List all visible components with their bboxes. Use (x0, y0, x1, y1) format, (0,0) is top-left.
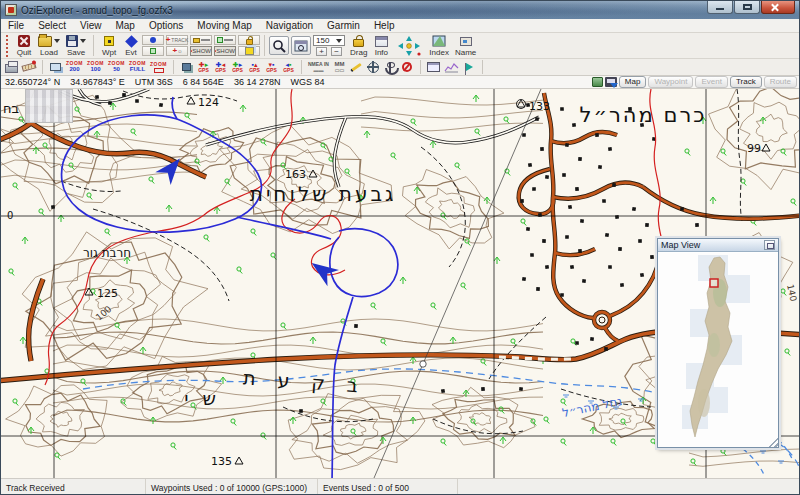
magnify-window-button[interactable] (291, 36, 311, 55)
track-control-button[interactable]: +TRACK (166, 35, 188, 45)
route-editor-button[interactable] (348, 60, 365, 75)
track-tail-button[interactable]: +o (166, 46, 188, 56)
flag-marker-button[interactable] (461, 60, 478, 75)
map-view-restore-button[interactable] (764, 240, 775, 250)
svg-text:100: 100 (94, 304, 114, 323)
toolbar-main: Quit Load Save Wpt Evt +TRACK +o S (1, 33, 799, 59)
gps-get-routes-button[interactable]: ◂▪GPS (280, 60, 297, 75)
map-pages-button[interactable] (238, 46, 260, 56)
map-view-titlebar[interactable]: Map View (658, 239, 778, 252)
event-numbers-toggle[interactable] (142, 46, 164, 56)
title-bar[interactable]: OziExplorer - amud_topo_fg.ozfx3 (1, 1, 799, 19)
menu-bar: File Select View Map Options Moving Map … (1, 19, 799, 33)
zoom-100-button[interactable]: ZOOM100 (85, 60, 106, 75)
nmea-input-button[interactable]: NMEA IN▬▬ (306, 60, 331, 75)
dropdown-caret-icon (54, 39, 60, 43)
gps-get-track-button[interactable]: ▾▪GPS (263, 60, 280, 75)
drag-button[interactable]: Drag (347, 33, 370, 58)
mode-waypoint-button: Waypoint (648, 76, 693, 88)
menu-help[interactable]: Help (367, 19, 402, 33)
pencil-icon (351, 62, 363, 71)
find-map-button[interactable] (47, 60, 64, 75)
current-view-marker (710, 279, 718, 287)
zoom-level-combo[interactable]: 150 + − (313, 35, 345, 56)
zoom-50-button[interactable]: ZOOM50 (106, 60, 127, 75)
event-display-options[interactable] (214, 35, 236, 45)
waypoint-display-options[interactable] (190, 35, 212, 45)
gps-send-track-button[interactable]: ▪▴GPS (246, 60, 263, 75)
map-view-title: Map View (661, 240, 700, 250)
datum-readout: WGS 84 (290, 77, 324, 87)
mode-map-button[interactable]: Map (619, 76, 647, 88)
save-button[interactable]: Save (63, 33, 89, 58)
map-tiles-icon (182, 63, 191, 71)
waypoint-create-button[interactable]: Wpt (98, 33, 120, 58)
gps-send-events-button[interactable]: ✚▸GPS (229, 60, 246, 75)
info-button[interactable]: Info (370, 33, 392, 58)
toolbar-grip[interactable] (6, 35, 10, 57)
padlock-icon (353, 39, 364, 47)
menu-view[interactable]: View (73, 19, 109, 33)
map-lock-toggle[interactable] (238, 35, 260, 45)
zoom-out-button[interactable]: − (331, 47, 342, 56)
green-square-icon (217, 37, 223, 43)
menu-file[interactable]: File (1, 19, 31, 33)
quit-button[interactable]: Quit (13, 33, 35, 58)
mode-track-button[interactable]: Track (730, 76, 762, 88)
gps-send-waypoints-button[interactable]: ✚▸GPS (195, 60, 212, 75)
zoom-in-button[interactable]: + (316, 47, 327, 56)
pan-control[interactable] (392, 33, 426, 58)
map-canvas[interactable]: 124 163 125 133 99 135 100 140 0 בח גבעת… (1, 89, 799, 478)
utm-zone-readout: UTM 36S (135, 77, 173, 87)
position-pointer-button[interactable] (365, 60, 382, 75)
more-maps-button[interactable] (178, 60, 195, 75)
event-create-button[interactable]: Evt (120, 33, 142, 58)
menu-select[interactable]: Select (31, 19, 73, 33)
menu-navigation[interactable]: Navigation (259, 19, 320, 33)
pan-arrows-icon (395, 35, 423, 57)
profile-window-button[interactable] (425, 60, 442, 75)
plus-icon: + (172, 48, 177, 54)
zoom-level-value: 150 (316, 36, 329, 45)
moving-map-button[interactable]: MM▭▭ (331, 60, 348, 75)
zoom-window-icon (294, 40, 308, 52)
name-search-button[interactable]: Name (452, 33, 479, 58)
anchor-alarm-button[interactable] (382, 60, 399, 75)
menu-moving-map[interactable]: Moving Map (190, 19, 258, 33)
save-track-icon[interactable] (605, 77, 617, 87)
status-track: Track Received (1, 479, 146, 495)
dash-icon: ▭▭ (335, 68, 344, 73)
utm-northing-readout: 36 14 278N (234, 77, 281, 87)
load-button[interactable]: Load (35, 33, 63, 58)
ruler-icon (21, 62, 36, 71)
mode-event-button: Event (695, 76, 727, 88)
altitude-profile-button[interactable] (442, 60, 461, 75)
gps-status-icon[interactable] (592, 77, 603, 87)
svg-text:שי: שי (184, 387, 230, 409)
zoom-window-select-button[interactable]: ZOOM (148, 60, 169, 75)
censored-region (25, 89, 73, 123)
distance-measure-button[interactable] (20, 60, 38, 75)
track-tail-clear-button[interactable] (399, 60, 416, 75)
dropdown-caret-icon (80, 39, 86, 43)
print-map-button[interactable] (3, 60, 20, 75)
close-button[interactable] (761, 1, 795, 14)
magnify-button[interactable] (269, 36, 289, 55)
menu-garmin[interactable]: Garmin (320, 19, 367, 33)
maximize-button[interactable] (734, 1, 760, 14)
menu-map[interactable]: Map (108, 19, 141, 33)
trail-paths (61, 89, 742, 434)
waypoint-show-toggle[interactable]: SHOW (190, 46, 212, 56)
longitude-readout: 34.967843° E (70, 77, 125, 87)
event-show-toggle[interactable]: SHOW (214, 46, 236, 56)
status-events: Events Used : 0 of 500 (318, 479, 458, 495)
menu-options[interactable]: Options (142, 19, 190, 33)
waypoint-numbers-toggle[interactable] (142, 35, 164, 45)
minimize-button[interactable] (707, 1, 733, 14)
dash-icon (224, 39, 233, 41)
zoom-200-button[interactable]: ZOOM200 (64, 60, 85, 75)
zoom-full-button[interactable]: ZOOMFULL (127, 60, 148, 75)
index-button[interactable]: Index (426, 33, 452, 58)
gps-get-waypoints-button[interactable]: ✚◂GPS (212, 60, 229, 75)
map-view-content[interactable] (658, 252, 778, 447)
